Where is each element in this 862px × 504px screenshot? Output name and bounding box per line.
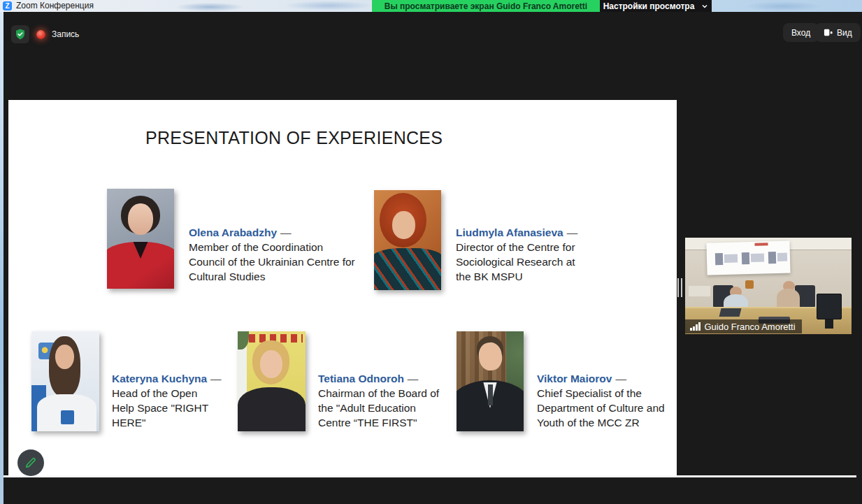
participant-name: Guido Franco Amoretti <box>705 322 796 332</box>
person-name: Kateryna Kuchyna <box>112 373 207 384</box>
view-label: Вид <box>837 28 852 38</box>
person-card-text: Kateryna Kuchyna— Head of the Open Help … <box>112 371 210 430</box>
shield-check-icon <box>14 28 27 41</box>
person-card-text: Tetiana Odnoroh— Chairman of the Board o… <box>318 371 445 430</box>
record-dot-icon <box>36 30 45 39</box>
window-titlebar: Z Zoom Конференция Вы просматриваете экр… <box>0 0 862 12</box>
login-button[interactable]: Вход <box>783 23 819 42</box>
dash: — <box>280 226 292 238</box>
video-scene-detail <box>742 252 749 264</box>
handle-bar <box>677 278 679 297</box>
photo-kateryna-kuchyna <box>31 331 99 431</box>
dash: — <box>615 373 626 384</box>
person-description: Chairman of the Board of the "Adult Educ… <box>318 386 445 430</box>
video-scene-detail <box>777 252 788 261</box>
layout-view-icon <box>824 28 833 37</box>
photo-olena-arabadzhy <box>107 189 174 289</box>
annotate-pencil-button[interactable] <box>17 449 44 476</box>
screen-share-banner: Вы просматриваете экран Guido Franco Amo… <box>372 0 600 12</box>
video-scene-detail <box>724 254 738 262</box>
view-settings-button[interactable]: Настройки просмотра <box>600 0 712 12</box>
person-name: Olena Arabadzhy <box>189 226 277 238</box>
video-scene-detail <box>754 243 768 245</box>
slide-title: PRESENTATION OF EXPERIENCES <box>145 128 443 148</box>
person-card-text: Liudmyla Afanasieva— Director of the Cen… <box>456 225 593 284</box>
security-shield-button[interactable] <box>11 25 29 43</box>
pencil-icon <box>24 456 38 470</box>
desktop-background-edge <box>0 12 3 504</box>
participant-video-thumbnail[interactable]: Guido Franco Amoretti <box>685 238 852 334</box>
record-label: Запись <box>52 29 79 39</box>
video-scene-detail <box>768 251 776 264</box>
video-scene-detail <box>715 252 723 265</box>
photo-art-layer <box>374 248 441 290</box>
photo-art-layer <box>392 211 415 239</box>
photo-liudmyla-afanasieva <box>374 190 441 290</box>
person-description: Director of the Centre for Sociological … <box>456 240 593 284</box>
video-scene-detail <box>825 319 833 328</box>
person-name: Viktor Maiorov <box>537 373 612 384</box>
person-name: Liudmyla Afanasieva <box>456 226 563 238</box>
participant-name-label: Guido Franco Amoretti <box>685 319 802 333</box>
video-panel-collapse-handle[interactable] <box>677 278 683 297</box>
login-label: Вход <box>791 28 810 38</box>
video-scene-detail <box>745 280 754 289</box>
recording-indicator: Запись <box>36 25 79 43</box>
zoom-app-window: Z Zoom Конференция Вы просматриваете экр… <box>0 0 862 504</box>
dash: — <box>210 373 222 384</box>
photo-art-layer <box>128 203 153 234</box>
person-card-text: Olena Arabadzhy— Member of the Coordinat… <box>189 225 357 284</box>
window-title: Zoom Конференция <box>16 1 94 11</box>
video-scene-person <box>777 289 800 309</box>
photo-art-layer <box>55 345 74 370</box>
video-scene-detail <box>689 286 710 296</box>
share-region-bottom-edge <box>3 475 856 477</box>
video-scene-laptop <box>719 308 741 317</box>
zoom-logo-icon: Z <box>3 1 12 10</box>
meeting-stage: Запись Вход Вид PRESENTATION OF EXPERIEN… <box>0 12 862 504</box>
person-description: Head of the Open Help Space "RIGHT HERE" <box>112 386 210 430</box>
dash: — <box>567 226 578 238</box>
video-scene-detail <box>751 253 764 261</box>
video-scene-monitor <box>817 294 842 319</box>
person-description: Chief Specialist of the Department of Cu… <box>537 386 681 430</box>
dash: — <box>408 373 419 384</box>
chevron-down-icon <box>701 3 708 10</box>
person-name: Tetiana Odnoroh <box>318 373 404 384</box>
photo-art-layer <box>260 350 282 378</box>
photo-art-layer <box>488 384 493 405</box>
person-card-text: Viktor Maiorov— Chief Specialist of the … <box>537 371 681 430</box>
shared-slide: PRESENTATION OF EXPERIENCES Olena Arabad… <box>8 100 677 477</box>
video-scene-projector-screen <box>706 240 790 275</box>
photo-tetiana-odnoroh <box>238 331 306 431</box>
person-description: Member of the Coordination Council of th… <box>189 240 357 284</box>
view-settings-label: Настройки просмотра <box>603 1 695 11</box>
signal-bars-icon <box>690 322 701 331</box>
photo-art-layer <box>238 387 306 431</box>
photo-viktor-maiorov <box>457 331 524 431</box>
view-button[interactable]: Вид <box>815 23 861 42</box>
handle-bar <box>681 278 682 297</box>
photo-art-layer <box>61 410 74 424</box>
